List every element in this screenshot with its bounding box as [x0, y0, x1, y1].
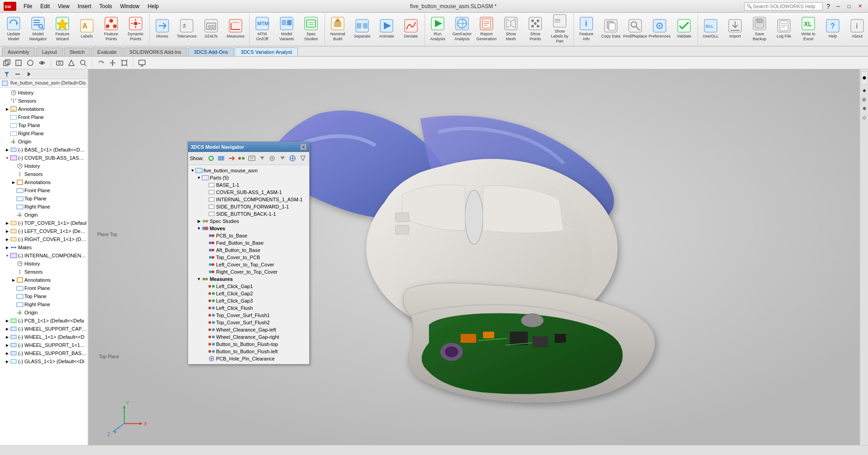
nav-part-side-fwd[interactable]: SIDE_BUTTON_FORWARD_1-1: [190, 203, 307, 210]
nav-collapse-btn[interactable]: [257, 153, 267, 163]
tree-item-wheel[interactable]: ▶ (-) WHEEL_1<1> (Default<<D: [1, 333, 87, 341]
spec-studies-button[interactable]: Spec Studies: [299, 14, 323, 44]
write-to-excel-button[interactable]: XL Write to Excel: [797, 14, 820, 44]
nav-icon9[interactable]: [298, 153, 308, 163]
view-zoom-button[interactable]: [78, 58, 88, 68]
view-render-button[interactable]: [66, 58, 76, 68]
nav-measure-wheel-gap-left[interactable]: Wheel_Clearance_Gap-left: [190, 326, 307, 333]
feature-info-button[interactable]: i Feature Info: [575, 14, 598, 44]
right-panel-btn4[interactable]: ⊕: [861, 104, 868, 112]
gdts-button[interactable]: GD GD&Ts: [199, 14, 223, 44]
show-mesh-button[interactable]: Show Mesh: [499, 14, 523, 44]
nav-measure-flush[interactable]: Left_Click_Flush: [190, 304, 307, 312]
search-box[interactable]: 🔍: [744, 2, 823, 10]
nav-measure-gap3[interactable]: Left_Click_Gap3: [190, 297, 307, 304]
labels-button[interactable]: A Labels: [75, 14, 99, 44]
tree-item-wheel-support-base[interactable]: ▶ (-) WHEEL_SUPPORT_BASE_1<: [1, 349, 87, 357]
tree-item-front-plane[interactable]: Front Plane: [1, 113, 87, 121]
tree-item-internal-components[interactable]: ▼ (-) INTERNAL_COMPONENTS_1_A: [1, 251, 87, 260]
menu-tools[interactable]: Tools: [96, 2, 116, 10]
nav-part-side-back[interactable]: SIDE_BUTTON_BACK-1-1: [190, 210, 307, 218]
filter-button[interactable]: [2, 69, 12, 79]
tree-item-ic-history[interactable]: History: [1, 260, 87, 268]
feature-points-button[interactable]: Feature Points: [99, 14, 123, 44]
right-panel-btn2[interactable]: ◈: [861, 86, 868, 94]
nav-show-moves-btn[interactable]: [227, 153, 236, 163]
tab-3dcs-variation[interactable]: 3DCS Variation Analyst: [235, 47, 298, 56]
save-backup-button[interactable]: Save Backup: [748, 14, 771, 44]
validate-button[interactable]: Validate: [672, 14, 696, 44]
nav-measure-surf-flush1[interactable]: Top_Cover_Surf_Flush1: [190, 312, 307, 319]
tab-sw-addins[interactable]: SOLIDWORKS Add-Ins: [123, 47, 187, 56]
nav-move-left-cover[interactable]: Left_Cover_to_Top_Cover: [190, 261, 307, 268]
tree-item-right-cover[interactable]: ▶ (-) RIGHT_COVER_1<1> (Defa: [1, 235, 87, 243]
tree-item-ic-annotations[interactable]: ▶ Annotations: [1, 276, 87, 284]
model-variants-button[interactable]: Model Variants: [275, 14, 298, 44]
tree-item-cover-front-plane[interactable]: Front Plane: [1, 186, 87, 194]
nav-part-base[interactable]: BASE_1-1: [190, 181, 307, 189]
nav-measure-btn-flush-top[interactable]: Button_to_Button_Flush-top: [190, 341, 307, 348]
menu-help[interactable]: Help: [144, 2, 163, 10]
viewport[interactable]: X Y Z Plane Top Top Plane 3DCS Model Nav…: [88, 69, 860, 455]
moves-button[interactable]: Moves: [151, 14, 174, 44]
nav-part-internal[interactable]: INTERNAL_COMPONENTS_1_ASM-1: [190, 196, 307, 203]
tree-item-wheel-support[interactable]: ▶ (-) WHEEL_SUPPORT_1<1> (E: [1, 341, 87, 349]
nav-measure-gap2[interactable]: Left_Click_Gap2: [190, 290, 307, 297]
tree-item-ic-top-plane[interactable]: Top Plane: [1, 292, 87, 300]
nav-measure-btn-flush-left[interactable]: Button_to_Button_Flush-left: [190, 348, 307, 355]
nav-expand-btn[interactable]: [278, 153, 287, 163]
nav-moves-section[interactable]: ▼ Moves: [190, 225, 307, 232]
right-panel-btn1[interactable]: ⬤: [861, 71, 868, 85]
nav-move-fwd-button[interactable]: Fwd_Button_to_Base: [190, 239, 307, 246]
tree-item-cover-history[interactable]: History: [1, 162, 87, 170]
close-button[interactable]: ✕: [855, 3, 864, 10]
nav-measure-surf-flush2[interactable]: Top_Cover_Surf_Flush2: [190, 319, 307, 326]
copy-data-button[interactable]: Copy Data: [599, 14, 623, 44]
tree-item-annotations[interactable]: ▶ A Annotations: [1, 105, 87, 113]
tree-item-cover-top-plane[interactable]: Top Plane: [1, 194, 87, 203]
show-labels-by-part-button[interactable]: Aa Show Labels by Part: [548, 14, 571, 44]
tree-item-glass[interactable]: ▶ (-) GLASS_1<1> (Default<<Di: [1, 357, 87, 365]
tree-item-cover-sub-ass[interactable]: ▼ (-) COVER_SUB-ASS_1ASM<1>: [1, 154, 87, 162]
nav-move-right-cover[interactable]: Right_Cover_to_Top_Cover: [190, 268, 307, 275]
tree-item-ic-origin[interactable]: Origin: [1, 308, 87, 317]
tree-item-cover-origin[interactable]: Origin: [1, 211, 87, 219]
tree-item-ic-front-plane[interactable]: Front Plane: [1, 284, 87, 292]
about-button[interactable]: i About: [845, 14, 868, 44]
update-model-button[interactable]: Update Model: [2, 14, 25, 44]
measures-button[interactable]: Measures: [224, 14, 247, 44]
right-panel-btn5[interactable]: ◇: [861, 114, 868, 121]
tolerances-button[interactable]: ± Tolerances: [175, 14, 198, 44]
search-input[interactable]: [753, 4, 821, 9]
view-camera-button[interactable]: [55, 58, 65, 68]
nav-part-cover-sub[interactable]: COVER_SUB-ASS_1_ASM-1: [190, 189, 307, 196]
nav-show-measures-btn[interactable]: [237, 153, 246, 163]
import-button[interactable]: Import: [723, 14, 747, 44]
view-rotate-button[interactable]: [96, 58, 106, 68]
nav-move-top-cover-pcb[interactable]: Top_Cover_to_PCB: [190, 254, 307, 261]
tree-item-wheel-support-cap[interactable]: ▶ (-) WHEEL_SUPPORT_CAP_1<: [1, 325, 87, 333]
nav-icon8[interactable]: [288, 153, 297, 163]
tab-layout[interactable]: Layout: [36, 47, 63, 56]
restore-button[interactable]: □: [844, 3, 854, 10]
preferences-button[interactable]: Preferences: [648, 14, 671, 44]
minimize-button[interactable]: ─: [834, 3, 843, 10]
right-panel-btn3[interactable]: ◎: [861, 95, 868, 103]
navigator-title-bar[interactable]: 3DCS Model Navigator ✕: [188, 142, 309, 152]
separate-button[interactable]: Separate: [350, 14, 374, 44]
nav-measure-wheel-gap-right[interactable]: Wheel_Clearance_Gap-right: [190, 333, 307, 341]
menu-file[interactable]: File: [20, 2, 36, 10]
menu-window[interactable]: Window: [117, 2, 143, 10]
tree-item-cover-annotations[interactable]: ▶ Annotations: [1, 178, 87, 186]
tree-item-ic-sensors[interactable]: Sensors: [1, 268, 87, 276]
model-navigator-button[interactable]: Model Navigator: [26, 14, 50, 44]
nav-measures-section[interactable]: ▼ Measures: [190, 275, 307, 283]
navigator-close-button[interactable]: ✕: [300, 144, 307, 150]
nav-show-all-btn[interactable]: [207, 153, 216, 163]
tree-item-pcb[interactable]: ▶ (-) PCB_1<1> (Default<<Defa: [1, 317, 87, 325]
nav-settings-btn[interactable]: [268, 153, 277, 163]
nav-show-parts-btn[interactable]: [217, 153, 226, 163]
nav-spec-studies[interactable]: ▶ Spec Studies: [190, 218, 307, 225]
tree-item-cover-sensors[interactable]: Sensors: [1, 170, 87, 178]
tree-item-sensors[interactable]: Sensors: [1, 97, 87, 105]
